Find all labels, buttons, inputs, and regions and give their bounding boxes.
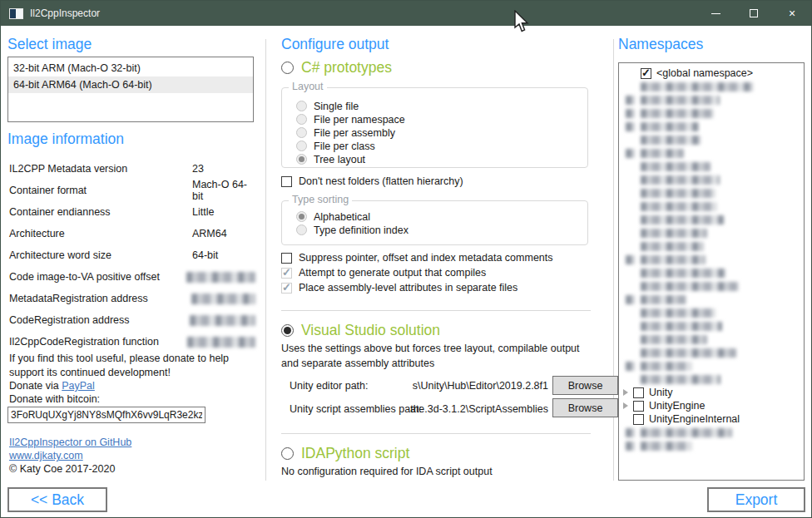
namespace-checkbox[interactable] — [633, 401, 644, 412]
expander-icon[interactable] — [623, 389, 628, 396]
redacted-label — [641, 295, 686, 304]
output-checkbox-option[interactable]: Attempt to generate output that compiles — [281, 265, 553, 280]
radio-option[interactable]: Single file — [296, 100, 587, 112]
namespace-item-redacted[interactable] — [619, 266, 804, 279]
radio-icon[interactable] — [296, 211, 307, 222]
checkbox-icon[interactable] — [281, 283, 292, 294]
namespace-item-redacted[interactable] — [619, 93, 804, 106]
radio-icon[interactable] — [296, 154, 307, 165]
info-value: ARM64 — [192, 228, 255, 239]
csharp-prototypes-label: C# prototypes — [301, 59, 392, 76]
paypal-link[interactable]: PayPal — [62, 380, 95, 392]
visual-studio-solution-option[interactable]: Visual Studio solution — [281, 322, 440, 339]
output-checkbox-option[interactable]: Place assembly-level attributes in separ… — [281, 280, 553, 295]
redacted-checkbox — [626, 428, 635, 437]
namespace-item[interactable]: UnityEngineInternal — [619, 412, 804, 426]
namespace-item-redacted[interactable] — [619, 160, 804, 173]
close-button[interactable]: × — [773, 1, 811, 26]
namespace-item-redacted[interactable] — [619, 186, 804, 200]
info-label: Container format — [9, 185, 192, 196]
image-list-item[interactable]: 64-bit ARM64 (Mach-O 64-bit) — [8, 76, 253, 93]
namespace-checkbox[interactable] — [641, 68, 651, 79]
namespace-item-redacted[interactable] — [619, 372, 804, 386]
namespace-item-redacted[interactable] — [619, 120, 804, 133]
namespace-checkbox[interactable] — [633, 387, 644, 398]
export-button[interactable]: Export — [707, 487, 805, 512]
mouse-cursor-icon — [513, 10, 530, 33]
namespace-item-redacted[interactable] — [619, 80, 804, 93]
checkbox-label: Place assembly-level attributes in separ… — [299, 282, 517, 294]
csharp-prototypes-option[interactable]: C# prototypes — [281, 59, 392, 76]
radio-icon[interactable] — [296, 127, 307, 138]
namespace-item-redacted[interactable] — [619, 426, 804, 439]
checkbox-label: Attempt to generate output that compiles — [299, 267, 486, 279]
bitcoin-address-input[interactable] — [7, 407, 205, 423]
radio-label: Single file — [314, 101, 359, 112]
namespace-checkbox[interactable] — [633, 414, 644, 425]
close-icon: × — [789, 7, 795, 19]
namespace-item-redacted[interactable] — [619, 333, 804, 346]
radio-icon[interactable] — [296, 101, 307, 111]
namespace-item-redacted[interactable] — [619, 200, 804, 213]
browse-editor-button[interactable]: Browse — [552, 376, 618, 395]
redacted-value — [190, 315, 255, 326]
namespace-item-redacted[interactable] — [619, 439, 804, 452]
radio-option[interactable]: Tree layout — [296, 153, 587, 165]
namespace-item-redacted[interactable] — [619, 226, 804, 239]
radio-icon[interactable] — [296, 224, 307, 235]
flatten-hierarchy-checkbox[interactable] — [281, 176, 292, 187]
namespace-item-redacted[interactable] — [619, 253, 804, 266]
namespace-item-redacted[interactable] — [619, 306, 804, 319]
checkbox-label: Suppress pointer, offset and index metad… — [299, 252, 553, 264]
redacted-label — [641, 162, 710, 171]
select-image-header: Select image — [7, 36, 92, 53]
back-button[interactable]: << Back — [7, 487, 107, 512]
namespace-item[interactable]: UnityEngine — [619, 399, 804, 412]
namespace-item[interactable]: <global namespace> — [619, 67, 804, 80]
radio-option[interactable]: Alphabetical — [296, 210, 587, 223]
radio-icon[interactable] — [296, 141, 307, 151]
visual-studio-solution-radio[interactable] — [281, 324, 294, 337]
checkbox-icon[interactable] — [281, 268, 292, 279]
radio-option[interactable]: File per assembly — [296, 126, 587, 139]
namespaces-list[interactable]: <global namespace>UnityUnityEngineUnityE… — [618, 62, 805, 481]
website-link[interactable]: www.djkaty.com — [9, 450, 83, 461]
idapython-script-option[interactable]: IDAPython script — [281, 445, 409, 462]
radio-icon[interactable] — [296, 114, 307, 125]
namespace-item-redacted[interactable] — [619, 293, 804, 306]
namespace-item-redacted[interactable] — [619, 106, 804, 120]
image-list[interactable]: 32-bit ARM (Mach-O 32-bit)64-bit ARM64 (… — [7, 57, 254, 122]
info-label: IL2CPP Metadata version — [9, 163, 192, 175]
namespace-item-redacted[interactable] — [619, 213, 804, 226]
flatten-hierarchy-option[interactable]: Don't nest folders (flatten hierarchy) — [281, 174, 463, 189]
checkbox-icon[interactable] — [281, 253, 292, 264]
maximize-button[interactable] — [735, 1, 773, 26]
image-list-item[interactable]: 32-bit ARM (Mach-O 32-bit) — [8, 60, 253, 76]
namespace-item-redacted[interactable] — [619, 279, 804, 293]
redacted-label — [641, 428, 732, 437]
namespace-item-redacted[interactable] — [619, 319, 804, 333]
namespace-item-redacted[interactable] — [619, 133, 804, 146]
namespace-item-redacted[interactable] — [619, 346, 804, 359]
unity-assemblies-path-value: ate.3d-3.1.2\ScriptAssemblies — [382, 403, 548, 415]
namespace-item-redacted[interactable] — [619, 239, 804, 253]
output-checkbox-option[interactable]: Suppress pointer, offset and index metad… — [281, 250, 553, 265]
idapython-script-radio[interactable] — [281, 447, 294, 460]
namespace-item-redacted[interactable] — [619, 359, 804, 372]
redacted-label — [641, 215, 724, 224]
radio-option[interactable]: File per class — [296, 140, 587, 152]
radio-option[interactable]: Type definition index — [296, 224, 587, 236]
csharp-prototypes-radio[interactable] — [281, 62, 294, 74]
namespace-item[interactable]: Unity — [619, 386, 804, 399]
il2cppinspector-window: { "titlebar": { "title": "Il2CppInspecto… — [0, 0, 812, 518]
redacted-checkbox — [626, 255, 635, 264]
minimize-button[interactable] — [696, 1, 735, 26]
github-link[interactable]: Il2CppInspector on GitHub — [9, 437, 131, 448]
browse-assemblies-button[interactable]: Browse — [552, 398, 618, 417]
radio-option[interactable]: File per namespace — [296, 113, 587, 126]
redacted-label — [641, 348, 736, 358]
minimize-icon — [711, 13, 720, 14]
expander-icon[interactable] — [623, 402, 628, 409]
namespace-item-redacted[interactable] — [619, 146, 804, 160]
namespace-item-redacted[interactable] — [619, 173, 804, 186]
